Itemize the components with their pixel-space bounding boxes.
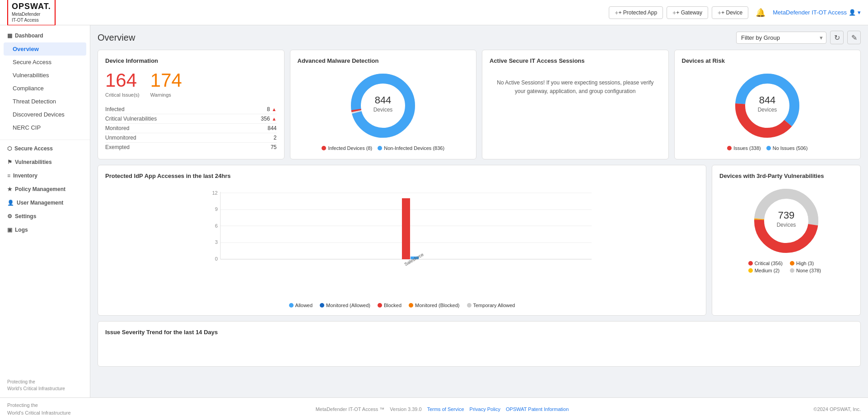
sidebar-item-settings[interactable]: ⚙ Settings [0,210,90,223]
svg-text:6: 6 [215,223,218,229]
issues-dot [727,146,732,150]
stat-infected: Infected 8 ▲ [105,105,277,114]
medium-dot [748,268,753,273]
device-label: + Device [721,9,742,16]
malware-detection-card: Advanced Malware Detection 844 Devices [290,50,477,159]
content-area: Overview Filter by Group ↻ ✎ Device Inf [90,25,868,397]
sidebar-item-overview[interactable]: Overview [4,42,86,56]
sidebar-item-secure-access-sub[interactable]: Secure Access [0,56,90,69]
legend-allowed: Allowed [289,303,313,308]
sidebar-item-vulnerabilities-sub[interactable]: Vulnerabilities [0,69,90,82]
topnav-actions: + + Protected App + + Gateway + + Device… [609,6,861,19]
third-party-legend: Critical (356) High (3) Medium (2) [748,261,825,273]
sidebar-item-inventory[interactable]: ≡ Inventory [0,169,90,182]
monitored-allowed-dot [320,303,324,308]
header-right: Filter by Group ↻ ✎ [736,31,861,44]
gateway-button[interactable]: + + Gateway [667,6,708,19]
patent-link[interactable]: OPSWAT Patent Information [506,406,569,412]
legend-monitored-allowed: Monitored (Allowed) [320,303,370,308]
malware-title: Advanced Malware Detection [298,57,469,64]
settings-icon: ⚙ [7,213,12,219]
edit-button[interactable]: ✎ [847,31,861,44]
svg-point-1 [356,79,410,133]
protected-app-button[interactable]: + + Protected App [609,6,663,19]
critical-vulns-label: Critical Vulnerabilities [105,116,157,122]
sessions-title: Active Secure IT Access Sessions [490,57,661,64]
settings-label: Settings [15,213,36,219]
svg-text:12: 12 [212,190,218,196]
alert-icon: ▲ [272,116,277,121]
notification-bell-icon[interactable]: 🔔 [756,8,765,18]
unmonitored-value: 2 [274,135,277,141]
legend-critical: Critical (356) [748,261,783,266]
legend-blocked: Blocked [378,303,401,308]
user-management-label: User Management [17,200,63,206]
stat-monitored: Monitored 844 [105,124,277,133]
terms-link[interactable]: Terms of Service [427,406,464,412]
temp-allowed-label: Temporary Allowed [473,303,515,308]
device-info-title: Device Information [105,57,277,64]
footer-protecting: Protecting theWorld's Critical Infrastru… [7,379,65,391]
issues-legend-label: Issues (338) [733,145,761,151]
refresh-button[interactable]: ↻ [830,31,844,44]
filter-by-group-select[interactable]: Filter by Group [736,32,826,44]
no-sessions-message: No Active Sessions! If you were expectin… [490,70,661,105]
plus-icon: + [718,9,721,16]
policy-label: Policy Management [15,186,65,192]
third-party-donut-container: 739 Devices Critical (356) High (3) [719,185,853,273]
devices-at-risk-donut-chart: 844 Devices [731,70,803,142]
sidebar-item-nerc-cip[interactable]: NERC CIP [0,121,90,134]
inventory-icon: ≡ [7,173,10,179]
sidebar-item-logs[interactable]: ▣ Logs [0,223,90,237]
user-menu[interactable]: MetaDefender IT-OT Access 👤 ▾ [773,9,861,16]
infected-value: 8 ▲ [267,106,277,112]
sidebar-item-policy-management[interactable]: ★ Policy Management [0,182,90,196]
plus-icon: + [672,9,676,16]
sidebar-item-user-management[interactable]: 👤 User Management [0,196,90,210]
svg-text:Devices: Devices [758,107,777,113]
logs-label: Logs [15,227,28,233]
copyright-text: ©2024 OPSWAT, Inc. [813,406,861,412]
allowed-dot [289,303,294,308]
active-sessions-card: Active Secure IT Access Sessions No Acti… [482,50,669,159]
blocked-label: Blocked [384,303,401,308]
legend-infected: Infected Devices (8) [322,145,372,151]
medium-legend-label: Medium (2) [755,268,780,273]
dashboard-icon: ▦ [7,33,12,39]
sidebar-item-secure-access[interactable]: ⬡ Secure Access [0,142,90,155]
page-title: Overview [98,33,135,43]
sidebar-item-dashboard[interactable]: ▦ Dashboard [0,29,90,42]
malware-donut-container: 844 Devices Infected Devices (8) Non-Inf… [298,70,469,151]
footer-right: ©2024 OPSWAT, Inc. [813,406,861,412]
logs-icon: ▣ [7,227,12,233]
svg-text:9: 9 [215,206,218,212]
non-infected-dot [378,146,382,150]
none-dot [790,268,794,273]
secure-access-label: Secure Access [14,145,53,152]
sidebar-item-threat-detection[interactable]: Threat Detection [0,95,90,108]
logo-subtitle: MetaDefenderIT-OT Access [12,11,51,23]
idp-chart-card: Protected IdP App Accesses in the last 2… [98,165,706,316]
sidebar-item-discovered-devices[interactable]: Discovered Devices [0,108,90,121]
chart-wrapper: 12 9 6 3 0 [105,185,699,308]
edit-icon: ✎ [851,33,857,42]
non-infected-legend-label: Non-Infected Devices (836) [384,145,444,151]
sidebar-dashboard-section: ▦ Dashboard Overview Secure Access Vulne… [0,25,90,138]
sidebar-item-compliance[interactable]: Compliance [0,82,90,95]
chevron-down-icon: ▾ [858,9,861,16]
footer-left: Protecting theWorld's Critical Infrastru… [7,401,71,416]
malware-donut-chart: 844 Devices [347,70,419,142]
stat-unmonitored: Unmonitored 2 [105,133,277,143]
policy-icon: ★ [7,186,12,192]
high-legend-label: High (3) [796,261,814,266]
gateway-label: + Gateway [676,9,702,16]
malware-legend: Infected Devices (8) Non-Infected Device… [322,145,444,151]
inventory-label: Inventory [13,173,37,179]
sidebar-item-vulnerabilities[interactable]: ⚑ Vulnerabilities [0,155,90,169]
third-party-title: Devices with 3rd-Party Vulnerabilities [719,173,853,179]
privacy-link[interactable]: Privacy Policy [470,406,500,412]
bar-blocked [402,198,410,259]
device-button[interactable]: + + Device [712,6,748,19]
monitored-blocked-dot [409,303,413,308]
product-name: MetaDefender IT-OT Access ™ [316,406,385,412]
